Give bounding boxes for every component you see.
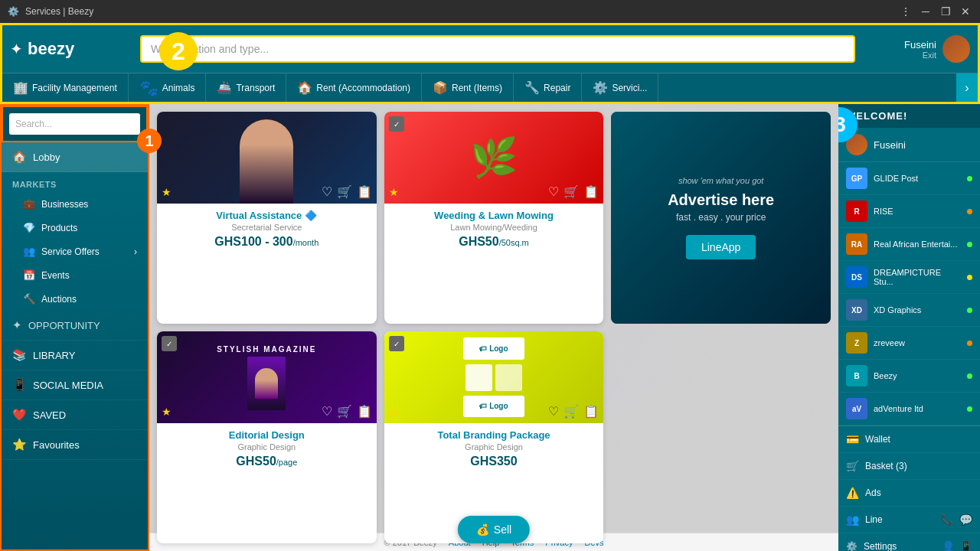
sidebar-item-events[interactable]: 📅 Events — [2, 263, 148, 287]
ad-show-what: show 'em what you got — [668, 176, 774, 185]
close-btn[interactable]: ✕ — [959, 5, 972, 18]
adventure-dot — [967, 406, 972, 412]
sidebar-item-library[interactable]: 📚 LIBRARY — [2, 341, 148, 370]
businesses-label: Businesses — [41, 199, 88, 210]
sidebar-item-saved[interactable]: ❤️ SAVED — [2, 400, 148, 430]
service-offers-label: Service Offers — [41, 246, 128, 257]
lawn-product-actions: ★ ♡ 🛒 📋 — [389, 184, 599, 199]
settings-row[interactable]: ⚙️ Settings 👤 📱 — [838, 533, 980, 551]
virtual-subtitle: Secretarial Service — [165, 223, 369, 232]
product-card-lawn: 🌿 ✓ ★ ♡ 🛒 📋 Weeding & Lawn Mowing — [384, 112, 604, 324]
lawn-subtitle: Lawn Mowing/Weeding — [392, 223, 596, 232]
company-xd-graphics[interactable]: XD XD Graphics — [838, 294, 980, 327]
company-glide-post[interactable]: GP GLIDE Post — [838, 162, 980, 195]
virtual-star[interactable]: ★ — [162, 186, 172, 198]
company-beezy[interactable]: B Beezy — [838, 360, 980, 393]
sidebar-item-opportunity[interactable]: ✦ OPPORTUNITY — [2, 311, 148, 341]
sell-button[interactable]: 💰 Sell — [458, 516, 530, 543]
branding-price: GHS350 — [392, 455, 596, 468]
rise-logo: R — [846, 201, 867, 222]
lawn-heart-icon[interactable]: ♡ — [548, 184, 559, 199]
line-action[interactable]: 👥 Line 📞 💬 — [838, 507, 980, 533]
animals-label: Animals — [162, 83, 195, 93]
sidebar-item-favourites[interactable]: ⭐ Favourites — [2, 430, 148, 460]
rise-name: RISE — [874, 207, 961, 216]
company-real-african[interactable]: RA Real African Entertai... — [838, 228, 980, 261]
virtual-heart-icon[interactable]: ♡ — [322, 184, 332, 199]
sidebar-item-lobby[interactable]: 🏠 Lobby — [2, 142, 148, 172]
wallet-action[interactable]: 💳 Wallet — [838, 426, 980, 453]
branding-star[interactable]: ★ — [389, 406, 399, 418]
lawn-star[interactable]: ★ — [389, 186, 399, 198]
ad-btn[interactable]: LineApp — [686, 235, 756, 259]
nav-cat-facility[interactable]: 🏢 Facility Management — [2, 73, 129, 102]
sidebar-item-businesses[interactable]: 💼 Businesses — [2, 192, 148, 216]
settings-person-icon[interactable]: 👤 — [942, 540, 955, 551]
rent-acc-icon: 🏠 — [297, 80, 312, 95]
ads-action[interactable]: ⚠️ Ads — [838, 480, 980, 507]
library-icon: 📚 — [12, 348, 27, 362]
settings-phone-icon[interactable]: 📱 — [959, 540, 972, 551]
panel-user-name: Fuseini — [874, 139, 906, 151]
search-bar[interactable]: What location and type... — [140, 35, 855, 63]
nav-cat-servici[interactable]: ⚙️ Servici... — [582, 73, 658, 102]
company-adventure[interactable]: aV adVenture ltd — [838, 393, 980, 425]
window-title: Services | Beezy — [25, 6, 93, 17]
glide-post-name: GLIDE Post — [874, 174, 961, 183]
products-grid: ★ ♡ 🛒 📋 Virtual Assistance 🔷 — [149, 104, 838, 551]
social-media-icon: 📱 — [12, 378, 27, 392]
editorial-heart-icon[interactable]: ♡ — [322, 404, 332, 419]
auctions-label: Auctions — [41, 294, 77, 305]
lawn-share-icon[interactable]: 📋 — [583, 184, 599, 199]
editorial-share-icon[interactable]: 📋 — [357, 404, 372, 419]
branding-subtitle: Graphic Design — [392, 442, 596, 452]
right-actions: 💳 Wallet 🛒 Basket (3) ⚠️ Ads 👥 Line 📞 — [838, 425, 980, 533]
nav-cat-transport[interactable]: 🚢 Transport — [206, 73, 286, 102]
sidebar-item-auctions[interactable]: 🔨 Auctions — [2, 287, 148, 311]
exit-label[interactable]: Exit — [904, 51, 936, 60]
editorial-star[interactable]: ★ — [162, 406, 172, 418]
businesses-icon: 💼 — [23, 198, 35, 210]
basket-action[interactable]: 🛒 Basket (3) — [838, 453, 980, 480]
company-dreampicture[interactable]: DS DREAMPICTURE Stu... — [838, 261, 980, 294]
nav-arrow-btn[interactable]: › — [956, 73, 978, 103]
nav-cat-repair[interactable]: 🔧 Repair — [514, 73, 582, 102]
line-msg-icon[interactable]: 💬 — [959, 514, 972, 526]
zreveew-logo: Z — [846, 332, 867, 354]
virtual-cart-icon[interactable]: 🛒 — [337, 184, 352, 199]
branding-heart-icon[interactable]: ♡ — [548, 404, 559, 419]
user-avatar — [942, 35, 970, 63]
branding-share-icon[interactable]: 📋 — [583, 404, 599, 419]
minimize-btn[interactable]: ─ — [919, 5, 933, 18]
search-input[interactable] — [9, 113, 140, 135]
company-rise[interactable]: R RISE — [838, 195, 980, 228]
sidebar: 1 🏠 Lobby MARKETS 💼 Businesses 💎 Produ — [0, 104, 149, 551]
maximize-btn[interactable]: ❐ — [939, 5, 952, 18]
nav-cat-animals[interactable]: 🐾 Animals — [129, 73, 207, 102]
beezy-dot — [967, 373, 972, 379]
sell-label: Sell — [494, 523, 511, 536]
logo-text: beezy — [28, 39, 74, 59]
virtual-title: Virtual Assistance 🔷 — [165, 210, 369, 221]
lawn-verified: ✓ — [389, 116, 404, 132]
sidebar-item-products[interactable]: 💎 Products — [2, 216, 148, 240]
wallet-label: Wallet — [865, 434, 890, 445]
sidebar-item-service-offers[interactable]: 👥 Service Offers › — [2, 240, 148, 263]
sidebar-item-social-media[interactable]: 📱 SOCIAL MEDIA — [2, 370, 148, 400]
more-btn[interactable]: ⋮ — [899, 5, 913, 18]
lawn-img-icon: 🌿 — [470, 135, 518, 180]
sell-btn-wrap: 💰 Sell — [458, 516, 530, 543]
branding-cart-icon[interactable]: 🛒 — [564, 404, 579, 419]
app-icon: ⚙️ — [8, 6, 19, 17]
company-zreveew[interactable]: Z zreveew — [838, 327, 980, 360]
lawn-cart-icon[interactable]: 🛒 — [564, 184, 579, 199]
line-call-icon[interactable]: 📞 — [940, 514, 953, 526]
title-bar-controls[interactable]: ⋮ ─ ❐ ✕ — [899, 5, 972, 18]
virtual-share-icon[interactable]: 📋 — [357, 184, 372, 199]
events-label: Events — [41, 270, 70, 281]
nav-cat-rent-items[interactable]: 📦 Rent (Items) — [422, 73, 514, 102]
virtual-title-icon: 🔷 — [305, 210, 317, 221]
xd-graphics-name: XD Graphics — [874, 305, 961, 315]
editorial-cart-icon[interactable]: 🛒 — [337, 404, 352, 419]
nav-cat-rent-acc[interactable]: 🏠 Rent (Accommodation) — [286, 73, 422, 102]
